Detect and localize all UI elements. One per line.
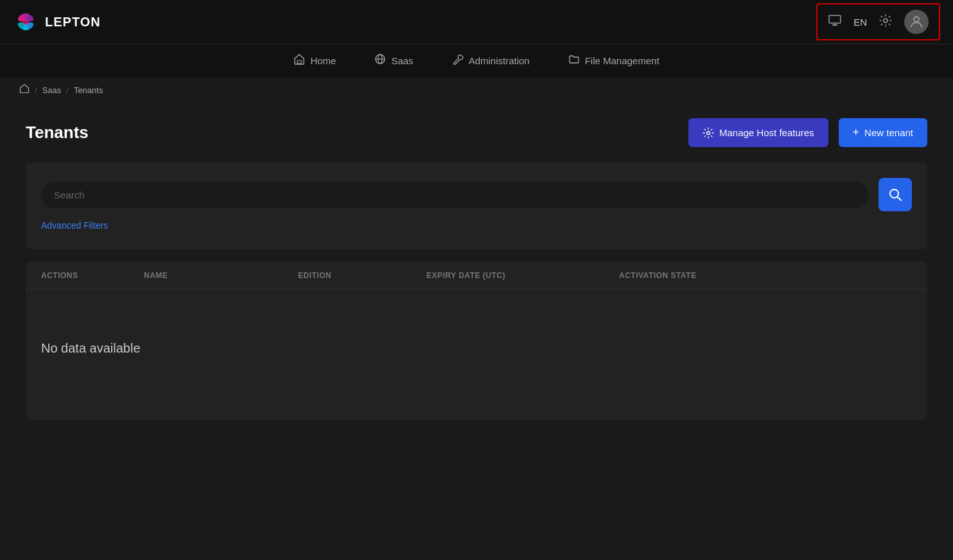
col-edition: EDITION <box>298 271 426 280</box>
breadcrumb-saas[interactable]: Saas <box>42 85 62 95</box>
col-activation: ACTIVATION STATE <box>619 271 912 280</box>
table-header: ACTIONS NAME EDITION EXPIRY DATE (UTC) A… <box>26 262 927 290</box>
svg-point-9 <box>914 17 919 22</box>
new-tenant-button[interactable]: + New tenant <box>839 118 927 147</box>
plus-icon: + <box>853 126 860 139</box>
home-icon <box>293 53 305 68</box>
header-buttons: Manage Host features + New tenant <box>688 118 927 147</box>
nav-home-label: Home <box>310 55 336 66</box>
svg-point-14 <box>707 131 710 134</box>
svg-rect-10 <box>297 60 301 64</box>
svg-point-8 <box>884 19 887 22</box>
monitor-icon[interactable] <box>828 13 842 31</box>
nav-saas[interactable]: Saas <box>374 53 413 68</box>
globe-icon <box>374 53 386 68</box>
col-name: NAME <box>144 271 298 280</box>
nav-administration-label: Administration <box>469 55 530 66</box>
svg-rect-6 <box>832 24 837 26</box>
breadcrumb-home[interactable] <box>19 83 30 96</box>
nav-saas-label: Saas <box>391 55 413 66</box>
search-button[interactable] <box>879 178 912 211</box>
logo-area: LEPTON <box>13 9 101 35</box>
breadcrumb-sep-1: / <box>35 85 37 95</box>
search-input[interactable] <box>41 182 868 208</box>
search-icon <box>888 188 902 202</box>
svg-rect-5 <box>829 15 841 23</box>
user-avatar[interactable] <box>904 10 929 34</box>
manage-host-features-label: Manage Host features <box>719 127 814 138</box>
nav-file-management-label: File Management <box>585 55 660 66</box>
search-row <box>41 178 912 211</box>
breadcrumb: / Saas / Tenants <box>0 77 953 103</box>
gear-icon-btn <box>703 127 714 139</box>
top-right-controls: EN <box>816 3 940 40</box>
folder-icon <box>568 53 580 68</box>
lepton-logo <box>13 9 39 35</box>
page-header: Tenants Manage Host features + New tenan… <box>26 118 927 147</box>
page-content: Tenants Manage Host features + New tenan… <box>0 103 953 435</box>
manage-host-features-button[interactable]: Manage Host features <box>688 118 828 147</box>
breadcrumb-sep-2: / <box>66 85 69 95</box>
page-title: Tenants <box>26 123 89 143</box>
col-expiry: EXPIRY DATE (UTC) <box>426 271 619 280</box>
new-tenant-label: New tenant <box>864 127 913 138</box>
svg-line-16 <box>898 197 902 201</box>
col-actions: ACTIONS <box>41 271 144 280</box>
svg-point-4 <box>22 19 29 25</box>
nav-home[interactable]: Home <box>293 53 336 68</box>
advanced-filters-link[interactable]: Advanced Filters <box>41 220 108 231</box>
top-bar: LEPTON EN <box>0 0 953 44</box>
app-name: LEPTON <box>45 15 101 30</box>
breadcrumb-tenants[interactable]: Tenants <box>74 85 103 95</box>
nav-administration[interactable]: Administration <box>452 53 530 68</box>
search-panel: Advanced Filters <box>26 162 927 249</box>
wrench-icon <box>452 53 464 68</box>
nav-file-management[interactable]: File Management <box>568 53 660 68</box>
language-label[interactable]: EN <box>853 17 867 28</box>
data-table-container: ACTIONS NAME EDITION EXPIRY DATE (UTC) A… <box>26 262 927 420</box>
gear-icon[interactable] <box>879 13 893 31</box>
no-data-message: No data available <box>26 290 927 420</box>
main-nav: Home Saas Administration File Management <box>0 44 953 77</box>
